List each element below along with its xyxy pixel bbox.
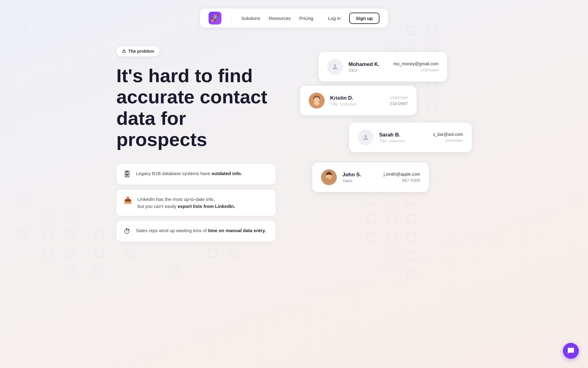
avatar-3 (358, 129, 374, 145)
navbar: 🚀 Solutions Resources Pricing Log in Sig… (0, 0, 588, 28)
contact-details-1: mo_money@gmail.com Unknown (394, 61, 439, 72)
contact-phone-3: Unknown (433, 138, 463, 143)
svg-point-0 (334, 64, 336, 67)
contacts-wrapper: Mohamed K. CEO mo_money@gmail.com Unknow… (300, 52, 478, 224)
contact-card-3: Sarah B. Title: Unknown s_bar@aol.com Un… (349, 123, 472, 152)
contact-email-3: s_bar@aol.com (433, 132, 463, 137)
contact-phone-2: 234-0987 (390, 101, 408, 106)
contact-name-2: Kristin D. (330, 95, 384, 101)
signup-button[interactable]: Sign up (349, 13, 379, 24)
right-panel: Mohamed K. CEO mo_money@gmail.com Unknow… (300, 46, 478, 224)
database-icon: 🗄 (124, 171, 130, 178)
nav-divider (231, 14, 232, 22)
contact-email-4: j.smith@apple.com (384, 172, 420, 177)
headline-line3: data for prospects (116, 108, 207, 150)
contact-card-1: Mohamed K. CEO mo_money@gmail.com Unknow… (318, 52, 447, 82)
feature-text-linkedin: LinkedIn has the most up-to-date info,bu… (138, 196, 235, 210)
avatar-2 (309, 93, 325, 109)
main-content: ⚠ The problem It's hard to find accurate… (110, 46, 478, 242)
export-icon: 📤 (124, 196, 132, 204)
contact-info-4: John S. Sales (342, 172, 378, 183)
feature-card-linkedin: 📤 LinkedIn has the most up-to-date info,… (116, 190, 276, 216)
login-button[interactable]: Log in (323, 13, 345, 23)
contact-name-3: Sarah B. (379, 132, 428, 138)
contact-name-4: John S. (342, 172, 378, 178)
contact-info-1: Mohamed K. CEO (349, 61, 388, 73)
contact-title-1: CEO (349, 68, 388, 73)
feature-text-manual: Sales reps wind up wasting tons of time … (136, 227, 266, 234)
left-panel: ⚠ The problem It's hard to find accurate… (110, 46, 276, 242)
contact-phone-4: 867-5309 (384, 178, 420, 183)
badge-label: The problem (128, 49, 154, 54)
headline: It's hard to find accurate contact data … (116, 65, 276, 150)
clock-icon: ⏱ (124, 228, 130, 236)
feature-card-manual: ⏱ Sales reps wind up wasting tons of tim… (116, 221, 276, 242)
feature-card-legacy: 🗄 Legacy B2B database systems have outda… (116, 164, 276, 185)
avatar-1 (327, 59, 343, 75)
contact-info-2: Kristin D. Title: Unknown (330, 95, 384, 106)
nav-pricing[interactable]: Pricing (299, 16, 313, 21)
nav-resources[interactable]: Resources (269, 16, 291, 21)
contact-card-4: John S. Sales j.smith@apple.com 867-5309 (312, 163, 429, 192)
nav-links: Solutions Resources Pricing (241, 16, 313, 21)
chat-bubble[interactable] (563, 343, 579, 359)
headline-line1: It's hard to find (116, 65, 253, 86)
badge-warning-icon: ⚠ (122, 48, 126, 54)
contact-email-1: mo_money@gmail.com (394, 61, 439, 66)
nav-logo[interactable]: 🚀 (209, 12, 221, 25)
contact-name-1: Mohamed K. (349, 61, 388, 67)
contact-title-2: Title: Unknown (330, 102, 384, 106)
nav-actions: Log in Sign up (323, 13, 379, 24)
contact-details-2: Unknown 234-0987 (390, 95, 408, 106)
contact-title-4: Sales (342, 178, 378, 183)
feature-cards: 🗄 Legacy B2B database systems have outda… (116, 164, 276, 242)
contact-details-4: j.smith@apple.com 867-5309 (384, 172, 420, 183)
headline-line2: accurate contact (116, 86, 267, 107)
feature-text-legacy: Legacy B2B database systems have outdate… (136, 170, 242, 177)
contact-info-3: Sarah B. Title: Unknown (379, 132, 428, 143)
contact-phone-1: Unknown (394, 67, 439, 72)
contact-details-3: s_bar@aol.com Unknown (433, 132, 463, 143)
problem-badge: ⚠ The problem (116, 46, 160, 56)
svg-point-3 (364, 135, 367, 137)
contact-card-2: Kristin D. Title: Unknown Unknown 234-09… (300, 86, 417, 115)
nav-solutions[interactable]: Solutions (241, 16, 260, 21)
contact-email-2: Unknown (390, 95, 408, 100)
contact-title-3: Title: Unknown (379, 139, 428, 143)
avatar-4 (321, 169, 337, 185)
